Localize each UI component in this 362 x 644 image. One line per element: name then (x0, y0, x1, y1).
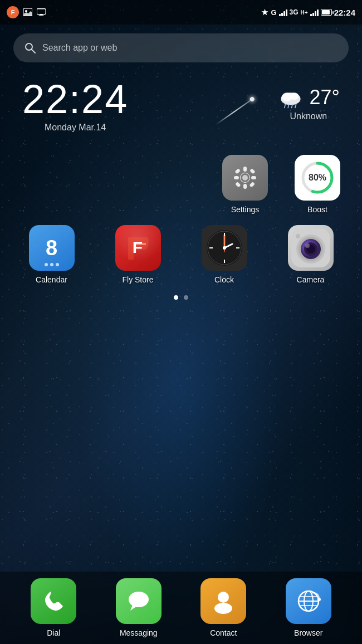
app-row-2: 8 Calendar F Fly S (17, 225, 345, 284)
page-dot-1[interactable] (174, 295, 178, 300)
calendar-label: Calendar (36, 275, 67, 284)
svg-text:80%: 80% (309, 173, 326, 182)
flystore-svg: F (123, 233, 153, 264)
weather-section: 27° Unknown (277, 79, 340, 121)
app-item-clock[interactable]: Clock (197, 225, 252, 284)
messaging-svg (125, 587, 153, 615)
star-icon: ★ (261, 8, 268, 17)
weather-location: Unknown (290, 111, 327, 121)
browser-label: Browser (294, 628, 322, 637)
svg-point-24 (242, 175, 248, 180)
weather-cloud-icon (277, 86, 304, 109)
clock-svg (205, 228, 244, 267)
clock-weather-widget: 22:24 Monday Mar.14 27° Unknown (0, 62, 362, 138)
app-item-calendar[interactable]: 8 Calendar (24, 225, 80, 284)
clock-section: 22:24 Monday Mar.14 (22, 79, 128, 133)
boost-label: Boost (307, 205, 327, 214)
search-icon (25, 42, 36, 53)
flystore-inner: F (115, 225, 161, 271)
svg-rect-22 (249, 182, 255, 188)
svg-rect-17 (234, 176, 239, 179)
boost-icon: 80% (295, 155, 340, 201)
network-type: 3G (290, 8, 299, 16)
contact-icon (200, 578, 246, 624)
dial-label: Dial (47, 628, 60, 637)
screen-icon (37, 8, 46, 17)
svg-point-5 (26, 43, 32, 50)
svg-rect-2 (37, 9, 46, 14)
status-bar: F ★ G 3G H+ (0, 0, 362, 25)
camera-icon (288, 225, 334, 271)
calendar-dots (45, 263, 59, 266)
svg-rect-20 (250, 168, 256, 174)
fly-launcher-icon: F (7, 6, 19, 18)
svg-point-46 (296, 234, 300, 238)
search-bar[interactable] (13, 33, 349, 62)
svg-point-1 (25, 10, 27, 12)
signal-bars-2 (310, 8, 319, 16)
status-right-icons: ★ G 3G H+ 22:24 (261, 8, 355, 17)
app-item-flystore[interactable]: F Fly Store (110, 225, 166, 284)
messaging-icon (116, 578, 162, 624)
settings-icon (222, 155, 268, 201)
calendar-number: 8 (46, 237, 57, 258)
weather-temp: 27° (310, 86, 340, 109)
svg-rect-16 (243, 184, 247, 189)
search-input[interactable] (42, 43, 337, 53)
svg-point-47 (129, 592, 149, 607)
boost-svg: 80% (298, 158, 337, 197)
svg-point-38 (223, 246, 226, 250)
flystore-icon: F (115, 225, 161, 271)
status-time: 22:24 (334, 8, 355, 17)
settings-label: Settings (231, 205, 260, 214)
dock-item-contact[interactable]: Contact (193, 578, 254, 637)
svg-point-9 (290, 92, 299, 100)
svg-rect-15 (243, 167, 247, 172)
app-item-settings[interactable]: Settings (217, 155, 273, 214)
svg-point-49 (218, 592, 229, 603)
clock-label: Clock (214, 275, 234, 284)
signal-bars (279, 8, 287, 16)
app-item-boost[interactable]: 80% Boost (290, 155, 345, 214)
dock-item-dial[interactable]: Dial (23, 578, 84, 637)
network-g: G (271, 8, 276, 17)
svg-rect-21 (235, 182, 241, 188)
clock-date: Monday Mar.14 (22, 123, 128, 133)
browser-svg (295, 587, 322, 615)
camera-label: Camera (297, 275, 325, 284)
status-left-icons: F (7, 6, 46, 18)
messaging-label: Messaging (120, 628, 158, 637)
page-dot-2[interactable] (184, 295, 188, 300)
svg-point-45 (305, 243, 310, 248)
browser-icon (286, 578, 331, 624)
contact-svg (209, 587, 237, 615)
app-item-camera[interactable]: Camera (283, 225, 339, 284)
dial-icon (31, 578, 76, 624)
app-grid: Settings 80% Boost 8 (0, 138, 362, 284)
svg-rect-4 (39, 15, 44, 16)
gear-svg (231, 164, 259, 192)
svg-line-6 (32, 50, 35, 53)
contact-label: Contact (210, 628, 237, 637)
calendar-icon: 8 (29, 225, 75, 271)
dock-item-messaging[interactable]: Messaging (108, 578, 169, 637)
dock: Dial Messaging Contact (0, 572, 362, 644)
page-dots (0, 295, 362, 300)
battery-fill (322, 10, 330, 14)
clock-icon-app (202, 225, 247, 271)
svg-point-50 (214, 603, 232, 614)
dock-item-browser[interactable]: Browser (278, 578, 339, 637)
svg-point-56 (317, 598, 321, 601)
svg-line-10 (284, 104, 285, 108)
battery-icon (321, 9, 332, 16)
flystore-label: Fly Store (122, 275, 153, 284)
weather-top: 27° (277, 86, 340, 109)
svg-text:F: F (133, 238, 143, 256)
app-row-1: Settings 80% Boost (17, 155, 345, 214)
network-plus: H+ (301, 9, 308, 16)
svg-rect-3 (40, 14, 42, 16)
dial-svg (40, 587, 67, 615)
image-icon (23, 8, 32, 17)
svg-rect-19 (234, 168, 241, 174)
svg-rect-18 (251, 176, 256, 179)
